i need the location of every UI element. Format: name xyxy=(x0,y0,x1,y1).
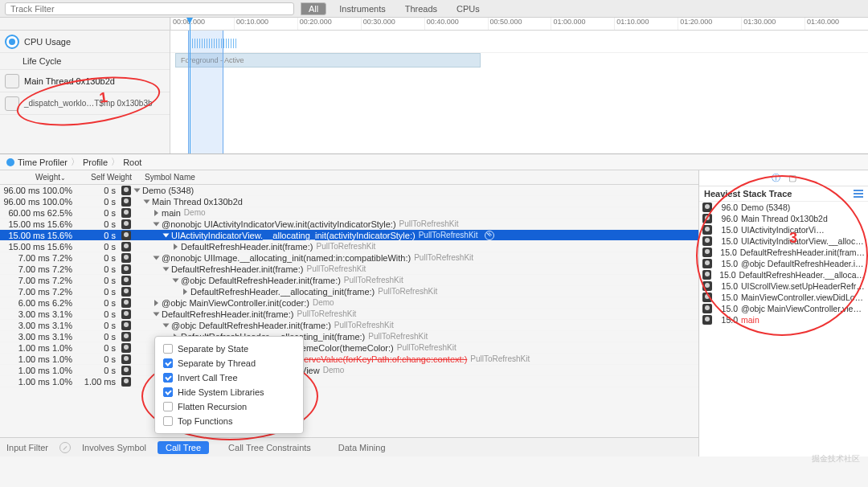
pane-title: Heaviest Stack Trace xyxy=(704,189,792,198)
checkbox-icon[interactable] xyxy=(163,387,173,397)
call-tree-row[interactable]: 7.00 ms 7.2%0 s@objc DefaultRefreshHeade… xyxy=(0,275,698,286)
time-tick: 01:40.000 xyxy=(805,18,868,30)
calltree-option[interactable]: Flatten Recursion xyxy=(158,399,300,414)
info-icon[interactable]: ⓘ xyxy=(772,172,780,184)
col-self-weight[interactable]: Self Weight xyxy=(77,173,137,182)
track-dispatch[interactable]: _dispatch_worklo…T$mp 0x130b3b xyxy=(0,92,170,115)
stack-trace-row[interactable]: 15.0MainViewController.viewDidLo… xyxy=(699,292,868,303)
involves-symbol[interactable]: Involves Symbol xyxy=(82,443,146,452)
input-filter-label[interactable]: Input Filter xyxy=(6,443,48,452)
checkbox-icon[interactable] xyxy=(163,402,173,411)
person-icon xyxy=(702,225,712,235)
playhead[interactable] xyxy=(190,18,190,153)
disclosure-icon[interactable] xyxy=(154,222,160,226)
tab-cpus[interactable]: CPUs xyxy=(450,4,486,14)
person-icon xyxy=(702,236,712,246)
call-tree-row[interactable]: 96.00 ms 100.0%0 sMain Thread 0x130b2d xyxy=(0,196,698,207)
stack-trace-row[interactable]: 15.0@objc MainViewController.vie… xyxy=(699,303,868,314)
track-filter-input[interactable] xyxy=(5,2,294,15)
crumb-root[interactable]: Time Profiler xyxy=(18,158,68,167)
checkbox-icon[interactable] xyxy=(163,416,173,426)
view-pills: All xyxy=(301,2,326,15)
call-tree-row[interactable]: 1.00 ms 1.0%0 stype metadata accessor fo… xyxy=(0,365,698,376)
stack-trace-row[interactable]: 96.0Demo (5348) xyxy=(699,202,868,213)
crumb-profile[interactable]: Profile xyxy=(83,158,108,167)
call-tree-row[interactable]: 7.00 ms 7.2%0 sDefaultRefreshHeader.init… xyxy=(0,264,698,275)
col-symbol[interactable]: Symbol Name xyxy=(137,173,698,182)
disclosure-icon[interactable] xyxy=(174,244,178,250)
call-tree-row[interactable]: 3.00 ms 3.1%0 sDefaultRefreshHeader.__al… xyxy=(0,331,698,342)
person-icon xyxy=(121,186,131,195)
calltree-option[interactable]: Top Functions xyxy=(158,414,300,428)
call-tree-row[interactable]: 1.00 ms 1.0%0 s@objc DefaultRefreshHeade… xyxy=(0,342,698,354)
call-tree-row[interactable]: 96.00 ms 100.0%0 sDemo (5348) xyxy=(0,185,698,196)
call-tree-row[interactable]: 60.00 ms 62.5%0 smain Demo xyxy=(0,207,698,219)
checkbox-icon[interactable] xyxy=(163,373,173,383)
person-icon xyxy=(121,321,131,330)
person-icon xyxy=(121,343,131,353)
call-tree-row[interactable]: 15.00 ms 15.6%0 sUIActivityIndicatorView… xyxy=(0,230,698,241)
stack-trace-row[interactable]: 15.0main xyxy=(699,314,868,325)
call-tree-row[interactable]: 15.00 ms 15.6%0 sDefaultRefreshHeader.in… xyxy=(0,241,698,252)
disclosure-icon[interactable] xyxy=(144,199,150,203)
call-tree-row[interactable]: 3.00 ms 3.1%0 sDefaultRefreshHeader.init… xyxy=(0,309,698,320)
track-main-thread[interactable]: Main Thread 0x130b2d xyxy=(0,70,170,92)
timeline-canvas[interactable]: 00:00.00000:10.00000:20.00000:30.00000:4… xyxy=(170,18,868,153)
disclosure-icon[interactable] xyxy=(154,210,158,216)
crumb-leaf[interactable]: Root xyxy=(123,158,141,167)
stack-trace-row[interactable]: 15.0UIActivityIndicatorView.__alloc… xyxy=(699,235,868,247)
disclosure-icon[interactable] xyxy=(134,188,141,192)
stack-trace-row[interactable]: 15.0DefaultRefreshHeader.init(fram… xyxy=(699,247,868,258)
focus-icon[interactable] xyxy=(485,231,494,240)
disclosure-icon[interactable] xyxy=(154,256,160,260)
stack-trace-row[interactable]: 15.0@objc DefaultRefreshHeader.i… xyxy=(699,258,868,269)
document-icon[interactable]: ▢ xyxy=(788,173,796,183)
stack-icon[interactable] xyxy=(854,190,863,198)
person-icon xyxy=(121,242,131,252)
track-label: Main Thread 0x130b2d xyxy=(24,76,115,86)
disclosure-icon[interactable] xyxy=(154,300,158,306)
time-tick: 01:20.000 xyxy=(678,18,741,30)
call-tree-row[interactable]: 7.00 ms 7.2%0 s@nonobjc UIImage.__alloca… xyxy=(0,252,698,264)
stack-trace-row[interactable]: 15.0UIActivityIndicatorVi… xyxy=(699,224,868,235)
stack-trace-row[interactable]: 15.0UIScrollView.setUpHeaderRefr… xyxy=(699,280,868,292)
constraints-button[interactable]: Call Tree Constraints xyxy=(220,441,319,454)
calltree-option[interactable]: Hide System Libraries xyxy=(158,385,300,399)
disclosure-icon[interactable] xyxy=(154,312,160,316)
disclosure-icon[interactable] xyxy=(183,289,187,295)
calltree-option[interactable]: Invert Call Tree xyxy=(158,370,300,385)
time-tick: 00:00.000 xyxy=(170,18,234,30)
disclosure-icon[interactable] xyxy=(163,323,170,327)
call-tree-row[interactable]: 6.00 ms 6.2%0 s@objc MainViewController.… xyxy=(0,297,698,309)
disclosure-icon[interactable] xyxy=(163,267,170,271)
stack-trace-row[interactable]: 15.0DefaultRefreshHeader.__alloca… xyxy=(699,269,868,280)
data-mining-button[interactable]: Data Mining xyxy=(330,441,394,454)
person-icon xyxy=(121,231,131,240)
call-tree-row[interactable]: 3.00 ms 3.1%0 s@objc DefaultRefreshHeade… xyxy=(0,320,698,331)
pill-all[interactable]: All xyxy=(301,2,326,15)
top-toolbar: All Instruments Threads CPUs xyxy=(0,0,868,18)
person-icon xyxy=(121,219,131,229)
call-tree-row[interactable]: 1.00 ms 1.0%1.00 ms0x1808de3e8 xyxy=(0,376,698,387)
call-tree-row[interactable]: 15.00 ms 15.6%0 s@nonobjc UIActivityIndi… xyxy=(0,219,698,230)
calltree-option[interactable]: Separate by State xyxy=(158,342,300,356)
call-tree-row[interactable]: 7.00 ms 7.2%0 sDefaultRefreshHeader.__al… xyxy=(0,286,698,297)
stack-trace-row[interactable]: 96.0Main Thread 0x130b2d xyxy=(699,213,868,224)
calltree-option[interactable]: Separate by Thread xyxy=(158,356,300,370)
time-tick: 01:10.000 xyxy=(614,18,678,30)
person-icon xyxy=(121,197,131,207)
col-weight[interactable]: Weight⌄ xyxy=(0,173,77,182)
tab-threads[interactable]: Threads xyxy=(399,4,444,14)
track-cpu-usage[interactable]: CPU Usage xyxy=(0,31,170,53)
track-label: Life Cycle xyxy=(23,56,61,66)
checkbox-icon[interactable] xyxy=(163,344,173,354)
track-life-cycle[interactable]: Life Cycle xyxy=(0,53,170,70)
checkbox-icon[interactable] xyxy=(163,358,173,368)
time-tick: 00:30.000 xyxy=(361,18,424,30)
tab-instruments[interactable]: Instruments xyxy=(333,4,391,14)
call-tree-button[interactable]: Call Tree xyxy=(158,441,209,454)
selection-region[interactable] xyxy=(188,31,223,153)
disclosure-icon[interactable] xyxy=(163,233,170,237)
disclosure-icon[interactable] xyxy=(173,278,179,282)
call-tree-row[interactable]: 1.00 ms 1.0%0 s@objc RefreshHeaderContai… xyxy=(0,354,698,365)
